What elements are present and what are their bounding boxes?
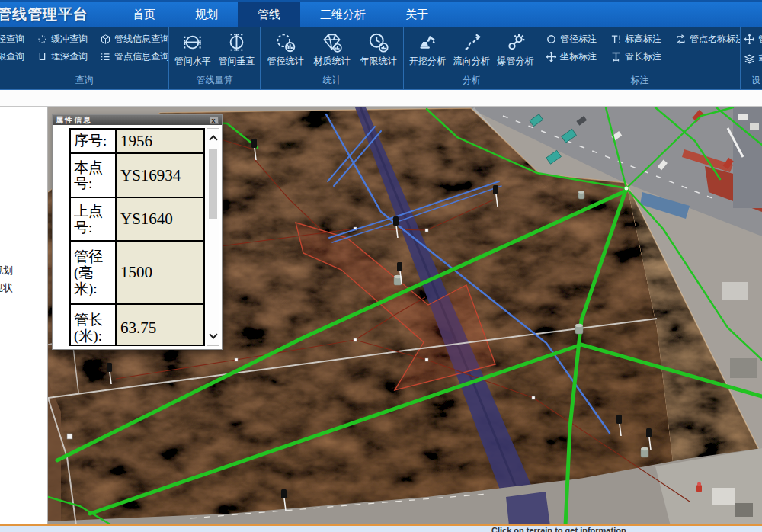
- elevation-label-button[interactable]: 标高标注: [610, 33, 661, 46]
- scroll-up-icon[interactable]: [209, 135, 217, 143]
- menu-pipeline[interactable]: 管线: [238, 2, 300, 27]
- item-label: 坐标标注: [560, 50, 597, 63]
- menu-3d-analysis[interactable]: 三维分析: [300, 2, 386, 27]
- property-dialog[interactable]: 属性信息 x 序号: 1956 本点号: YS16934 上点号: YS1640: [52, 114, 223, 350]
- material-stats-button[interactable]: 材质统计: [310, 32, 354, 68]
- item-label: 限查询: [0, 50, 24, 63]
- buffer-query-button[interactable]: 缓冲查询: [37, 33, 88, 46]
- app-title: 管线管理平台: [0, 2, 113, 27]
- diameter-label-icon: [546, 34, 557, 45]
- layer-item-current[interactable]: 现状: [0, 281, 13, 295]
- toolbar-strip: [0, 90, 762, 107]
- field-value: 63.75: [117, 305, 203, 346]
- menubar: 管线管理平台 首页 规划 管线 三维分析 关于: [0, 0, 762, 27]
- flow-analysis-button[interactable]: 流向分析: [450, 32, 494, 68]
- ribbon-group-measure: 管间水平 管间垂直 管线量算: [169, 27, 261, 89]
- menu-home[interactable]: 首页: [113, 2, 175, 27]
- survey-box: [67, 434, 72, 439]
- layers-button[interactable]: 重: [744, 53, 762, 66]
- field-label: 序号:: [71, 130, 117, 152]
- item-label: 管线信息查询: [114, 33, 169, 46]
- field-value: 1956: [117, 130, 203, 152]
- ribbon-row: 重: [741, 48, 762, 68]
- diameter-stats-button[interactable]: 管径统计: [264, 32, 308, 68]
- item-label: 管点名称标注: [690, 33, 741, 46]
- coordinate-label-icon: [546, 51, 557, 62]
- excavation-analysis-icon: [417, 32, 437, 53]
- ribbon-row: 管径标注 标高标注 管点名称标注: [539, 30, 740, 48]
- layer-panel: 规划 现状: [0, 107, 48, 526]
- point-name-label-icon: [675, 34, 687, 45]
- limit-query-button[interactable]: 限查询: [0, 50, 24, 63]
- coordinate-label-button[interactable]: 坐标标注: [546, 50, 597, 63]
- item-label: 管间水平: [174, 55, 211, 68]
- length-label-button[interactable]: 管长标注: [610, 50, 661, 63]
- item-label: 重: [758, 53, 762, 66]
- pipe-vertical-button[interactable]: 管间垂直: [215, 32, 259, 68]
- age-stats-button[interactable]: 年限统计: [357, 32, 401, 68]
- table-row: 序号: 1956: [71, 130, 203, 154]
- ribbon-row: 开挖分析 流向分析 爆管分析: [404, 30, 539, 69]
- item-label: 爆管分析: [497, 55, 533, 68]
- elevation-label-icon: [610, 34, 622, 45]
- radius-query-button[interactable]: 径查询: [0, 33, 24, 46]
- table-row: 上点号: YS1640: [71, 198, 203, 242]
- pipe-horizontal-button[interactable]: 管间水平: [171, 32, 215, 68]
- dialog-scrollbar[interactable]: [207, 128, 219, 346]
- ribbon-group-query: 径查询 缓冲查询 管线信息查询 限查询 埋深查询 管点信息查询 查询: [0, 27, 169, 89]
- property-dialog-titlebar[interactable]: 属性信息 x: [53, 115, 222, 125]
- close-icon[interactable]: x: [210, 117, 219, 124]
- length-label-icon: [610, 51, 622, 62]
- property-table: 序号: 1956 本点号: YS16934 上点号: YS1640 管径(毫米)…: [69, 128, 205, 346]
- field-label: 本点号:: [71, 154, 117, 197]
- item-label: 标高标注: [625, 33, 661, 46]
- item-label: 径查询: [0, 33, 24, 46]
- point-info-query-button[interactable]: 管点信息查询: [100, 50, 169, 63]
- item-label: 年限统计: [360, 55, 397, 68]
- group-label-labeling: 标注: [539, 73, 740, 89]
- excavation-analysis-button[interactable]: 开挖分析: [405, 32, 450, 68]
- ribbon-row: 管径统计 材质统计 年限统计: [261, 30, 403, 69]
- point-info-icon: [100, 51, 111, 62]
- group-label-query: 查询: [0, 73, 168, 89]
- item-label: 缓冲查询: [51, 33, 88, 46]
- ribbon-group-stats: 管径统计 材质统计 年限统计 统计: [261, 27, 404, 89]
- scroll-thumb[interactable]: [209, 149, 217, 219]
- diameter-label-button[interactable]: 管径标注: [546, 33, 597, 46]
- field-label: 管径(毫米):: [71, 242, 117, 303]
- ribbon-group-labeling: 管径标注 标高标注 管点名称标注 坐标标注 管长标注 标注: [539, 27, 741, 89]
- status-bar: Click on terrain to get information: [0, 524, 762, 532]
- item-label: 管: [758, 33, 762, 46]
- item-label: 埋深查询: [51, 50, 88, 63]
- scroll-down-icon[interactable]: [209, 330, 217, 338]
- property-dialog-body: 序号: 1956 本点号: YS16934 上点号: YS1640 管径(毫米)…: [53, 125, 222, 346]
- main-area: 规划 现状: [0, 107, 762, 526]
- layer-item-planning[interactable]: 规划: [0, 264, 13, 277]
- menu-planning[interactable]: 规划: [175, 2, 238, 27]
- layers-icon: [744, 53, 755, 65]
- burst-analysis-icon: [505, 32, 526, 53]
- material-stats-icon: [322, 32, 342, 53]
- group-label-settings: 设: [741, 73, 762, 89]
- item-label: 管径统计: [267, 55, 304, 68]
- pipe-horizontal-icon: [182, 32, 203, 53]
- 3d-viewport[interactable]: 属性信息 x 序号: 1956 本点号: YS16934 上点号: YS1640: [48, 107, 762, 526]
- ribbon-row: 管间水平 管间垂直: [169, 30, 260, 69]
- field-label: 管长(米):: [71, 305, 117, 346]
- menu-about[interactable]: 关于: [386, 2, 448, 27]
- field-value: YS1640: [117, 198, 203, 240]
- ribbon-row: 限查询 埋深查询 管点信息查询: [0, 48, 168, 66]
- pipeline-info-query-button[interactable]: 管线信息查询: [100, 33, 169, 46]
- pan-label-button[interactable]: 管: [744, 33, 762, 46]
- ribbon-row: 管: [741, 30, 762, 48]
- depth-query-button[interactable]: 埋深查询: [37, 50, 88, 63]
- flow-analysis-icon: [461, 32, 482, 53]
- table-row: 本点号: YS16934: [71, 154, 203, 198]
- ribbon-group-analysis: 开挖分析 流向分析 爆管分析 分析: [404, 27, 539, 89]
- point-name-label-button[interactable]: 管点名称标注: [675, 33, 741, 46]
- ribbon: 径查询 缓冲查询 管线信息查询 限查询 埋深查询 管点信息查询 查询 管间水平 …: [0, 27, 762, 90]
- ribbon-group-settings: 管 重 设: [741, 27, 762, 89]
- fire-hydrant-marker: [696, 482, 702, 493]
- burst-analysis-button[interactable]: 爆管分析: [493, 32, 537, 68]
- item-label: 流向分析: [453, 55, 490, 68]
